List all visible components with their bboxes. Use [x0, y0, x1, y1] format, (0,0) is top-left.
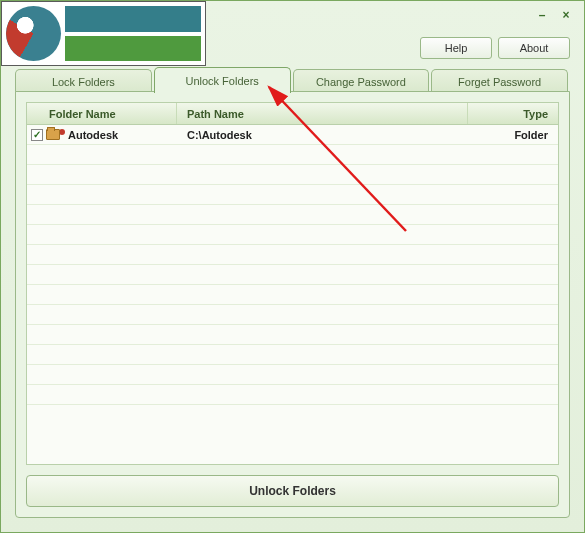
unlock-folders-button[interactable]: Unlock Folders — [26, 475, 559, 507]
close-button[interactable]: × — [556, 6, 576, 24]
logo-bars — [65, 6, 201, 61]
grid-body[interactable]: ✓ Autodesk C:\Autodesk Folder — [27, 125, 558, 464]
app-window: – × Help About Lock Folders Unlock Folde… — [0, 0, 585, 533]
tab-unlock-folders[interactable]: Unlock Folders — [154, 67, 291, 93]
table-row[interactable]: ✓ Autodesk C:\Autodesk Folder — [27, 125, 558, 145]
col-header-path[interactable]: Path Name — [177, 103, 468, 124]
row-type: Folder — [468, 129, 558, 141]
table-row — [27, 145, 558, 165]
minimize-button[interactable]: – — [532, 6, 552, 24]
table-row — [27, 225, 558, 245]
about-button[interactable]: About — [498, 37, 570, 59]
table-row — [27, 285, 558, 305]
table-row — [27, 185, 558, 205]
table-row — [27, 265, 558, 285]
logo-icon — [6, 6, 61, 61]
table-row — [27, 365, 558, 385]
row-path: C:\Autodesk — [177, 129, 468, 141]
col-header-name[interactable]: Folder Name — [27, 103, 177, 124]
table-row — [27, 305, 558, 325]
app-logo — [1, 1, 206, 66]
tab-bar: Lock Folders Unlock Folders Change Passw… — [15, 67, 570, 93]
tab-lock-folders[interactable]: Lock Folders — [15, 69, 152, 93]
table-row — [27, 325, 558, 345]
table-row — [27, 385, 558, 405]
top-button-bar: Help About — [420, 37, 570, 59]
table-row — [27, 345, 558, 365]
folders-grid: Folder Name Path Name Type ✓ Autodesk C:… — [26, 102, 559, 465]
grid-header: Folder Name Path Name Type — [27, 103, 558, 125]
row-name: Autodesk — [68, 129, 118, 141]
table-row — [27, 245, 558, 265]
table-row — [27, 165, 558, 185]
help-button[interactable]: Help — [420, 37, 492, 59]
col-header-type[interactable]: Type — [468, 103, 558, 124]
tab-panel: Folder Name Path Name Type ✓ Autodesk C:… — [15, 91, 570, 518]
folder-icon — [46, 129, 60, 140]
tab-change-password[interactable]: Change Password — [293, 69, 430, 93]
table-row — [27, 205, 558, 225]
row-checkbox[interactable]: ✓ — [31, 129, 43, 141]
tab-forget-password[interactable]: Forget Password — [431, 69, 568, 93]
